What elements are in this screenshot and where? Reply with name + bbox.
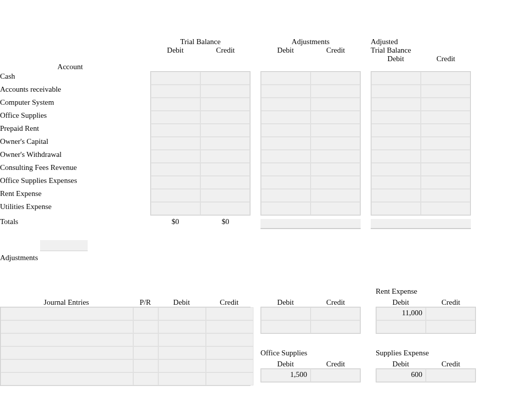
adjustments-text: Adjustments (0, 254, 38, 262)
t-debit-label: Debit (260, 360, 311, 368)
account-row: Owner's Withdrawal (0, 149, 140, 162)
amount-row[interactable] (261, 176, 360, 189)
amount-row[interactable] (151, 124, 250, 137)
t-account-row[interactable] (261, 320, 360, 333)
t-debit-cell[interactable] (261, 307, 311, 320)
t-account-row[interactable]: 1,500 (261, 369, 360, 382)
amount-row[interactable] (261, 137, 360, 150)
totals-label: Totals (0, 217, 140, 229)
amount-row[interactable] (261, 72, 360, 85)
amount-row[interactable] (151, 189, 250, 202)
amount-row[interactable] (151, 72, 250, 85)
amount-row[interactable] (261, 163, 360, 176)
account-row: Office Supplies (0, 110, 140, 123)
amount-row[interactable] (371, 137, 470, 150)
amount-row[interactable] (261, 189, 360, 202)
adj-total-credit (311, 219, 361, 229)
adj-credit-label: Credit (311, 46, 361, 55)
adjustments-underline (40, 240, 88, 251)
account-row: Utilities Expense (0, 201, 140, 215)
adjusted-tb-header: Adjusted Trial Balance Debit Credit (371, 38, 471, 71)
t-account-row[interactable] (376, 320, 475, 333)
amount-row[interactable] (261, 202, 360, 215)
amount-row[interactable] (371, 111, 470, 124)
amount-row[interactable] (371, 72, 470, 85)
amount-row[interactable] (261, 150, 360, 163)
t-account-row[interactable]: 11,000 (376, 307, 475, 320)
t-credit-cell[interactable] (311, 307, 360, 320)
amount-row[interactable] (151, 111, 250, 124)
trial-balance-header: Trial Balance Debit Credit (150, 38, 250, 71)
t-credit-cell[interactable] (426, 320, 475, 333)
journal-row[interactable] (1, 372, 250, 385)
amount-row[interactable] (261, 98, 360, 111)
t-account-row[interactable] (261, 307, 360, 320)
amount-row[interactable] (371, 189, 470, 202)
account-row: Prepaid Rent (0, 123, 140, 136)
t-debit-label: Debit (376, 298, 426, 307)
journal-row[interactable] (1, 359, 250, 372)
account-row: Cash (0, 71, 140, 84)
t-accounts-right: Rent Expense Debit Credit 11,000 Supplie… (376, 287, 476, 386)
journal-entries-label: Journal Entries (0, 298, 133, 307)
journal-row[interactable] (1, 346, 250, 359)
amount-row[interactable] (371, 163, 470, 176)
account-row: Consulting Fees Revenue (0, 162, 140, 175)
t-accounts-middle: Debit Credit Office Supplies Debit Credi… (260, 287, 361, 386)
amount-row[interactable] (371, 124, 470, 137)
account-row: Owner's Capital (0, 136, 140, 149)
trial-balance-label: Trial Balance (150, 38, 250, 46)
amount-row[interactable] (261, 111, 360, 124)
adjustments-section-label: Adjustments (0, 249, 532, 262)
amount-row[interactable] (371, 85, 470, 98)
amount-row[interactable] (371, 202, 470, 215)
amount-row[interactable] (151, 202, 250, 215)
adj-debit-label: Debit (260, 46, 311, 55)
t-account-title: Rent Expense (376, 287, 476, 298)
atb-total-credit (421, 219, 471, 229)
t-account-unnamed: Debit Credit (260, 287, 361, 334)
account-names-column: Cash Accounts receivable Computer System… (0, 71, 140, 216)
t-debit-cell[interactable]: 1,500 (261, 369, 311, 382)
t-debit-label: Debit (376, 360, 426, 368)
t-account-supplies-expense: Supplies Expense Debit Credit 600 (376, 349, 476, 382)
amount-row[interactable] (151, 176, 250, 189)
t-credit-label: Credit (311, 298, 361, 307)
amount-row[interactable] (371, 176, 470, 189)
t-debit-cell[interactable] (376, 320, 426, 333)
amount-row[interactable] (261, 124, 360, 137)
t-credit-label: Credit (426, 360, 476, 368)
bottom-section: Journal Entries P/R Debit Credit Debit C… (0, 287, 532, 386)
t-debit-label: Debit (260, 298, 311, 307)
journal-row[interactable] (1, 333, 250, 346)
adj-total-debit (260, 219, 311, 229)
amount-row[interactable] (371, 150, 470, 163)
t-credit-cell[interactable] (311, 320, 360, 333)
t-account-title: Supplies Expense (376, 349, 476, 360)
adjusted-label: Adjusted (371, 38, 471, 46)
tb-credit-label: Credit (200, 46, 250, 55)
pr-label: P/R (133, 298, 158, 307)
journal-row[interactable] (1, 307, 250, 320)
t-debit-cell[interactable]: 11,000 (376, 307, 426, 320)
t-debit-cell[interactable] (261, 320, 311, 333)
amount-row[interactable] (151, 85, 250, 98)
t-account-row[interactable]: 600 (376, 369, 475, 382)
adjustments-label: Adjustments (260, 38, 361, 46)
amount-row[interactable] (151, 137, 250, 150)
adjusted-tb-label: Trial Balance (371, 46, 471, 55)
amount-row[interactable] (261, 85, 360, 98)
amount-row[interactable] (151, 98, 250, 111)
atb-total-debit (371, 219, 421, 229)
atb-credit-label: Credit (421, 55, 471, 63)
amount-row[interactable] (151, 163, 250, 176)
t-account-office-supplies: Office Supplies Debit Credit 1,500 (260, 349, 361, 382)
t-credit-cell[interactable] (311, 369, 360, 382)
t-credit-cell[interactable] (426, 369, 475, 382)
amount-row[interactable] (151, 150, 250, 163)
t-debit-cell[interactable]: 600 (376, 369, 426, 382)
t-credit-cell[interactable] (426, 307, 475, 320)
adjustments-header: Adjustments Debit Credit (260, 38, 361, 71)
amount-row[interactable] (371, 98, 470, 111)
journal-row[interactable] (1, 320, 250, 333)
